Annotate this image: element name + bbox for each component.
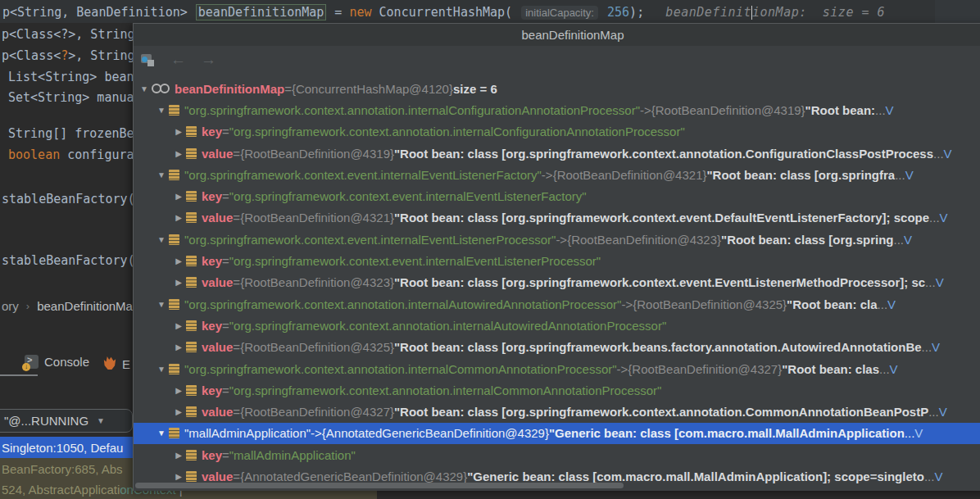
thread-dropdown-value: "@...RUNNING bbox=[4, 414, 88, 428]
expand-arrow-icon[interactable]: ▶ bbox=[171, 278, 186, 287]
collapse-arrow-icon[interactable]: ▼ bbox=[154, 170, 169, 179]
view-link[interactable]: V bbox=[940, 211, 948, 225]
expand-arrow-icon[interactable]: ▶ bbox=[171, 256, 186, 265]
expand-arrow-icon[interactable]: ▶ bbox=[171, 451, 186, 460]
tree-text-segment: "org.springframework.context.event.inter… bbox=[229, 189, 587, 203]
expand-arrow-icon[interactable]: ▶ bbox=[171, 472, 186, 481]
tree-row[interactable]: ▶value = {RootBeanDefinition@4319} "Root… bbox=[134, 143, 980, 164]
tree-text-segment: "org.springframework.context.event.inter… bbox=[229, 254, 601, 268]
tree-text-segment: "mallAdminApplication" bbox=[229, 448, 356, 462]
tree-text-segment: = bbox=[222, 383, 229, 397]
variables-view-icon[interactable] bbox=[141, 53, 156, 66]
view-link[interactable]: V bbox=[944, 147, 952, 161]
map-entry-icon bbox=[186, 191, 197, 202]
tab-console[interactable]: >↓ Console bbox=[25, 355, 89, 369]
tree-text-segment: "Root bean: cla bbox=[787, 297, 877, 311]
horizontal-scrollbar[interactable] bbox=[135, 483, 624, 488]
partial-tab-label[interactable]: E bbox=[122, 357, 130, 371]
tree-row[interactable]: ▼"org.springframework.context.annotation… bbox=[134, 358, 980, 379]
map-entry-icon bbox=[169, 234, 179, 245]
view-link[interactable]: V bbox=[905, 168, 914, 182]
editor-code-line: String[] frozenBe bbox=[8, 125, 134, 143]
breadcrumb-item[interactable]: ory bbox=[2, 299, 19, 313]
tree-text-segment: = bbox=[284, 82, 292, 96]
map-entry-icon bbox=[169, 299, 179, 310]
tree-row[interactable]: ▶value = {RootBeanDefinition@4323} "Root… bbox=[134, 272, 980, 293]
tree-row[interactable]: ▼"org.springframework.context.event.inte… bbox=[134, 229, 980, 250]
tree-row[interactable]: ▶key = "org.springframework.context.anno… bbox=[134, 379, 980, 401]
expand-arrow-icon[interactable]: ▶ bbox=[171, 386, 186, 395]
expand-arrow-icon[interactable]: ▶ bbox=[171, 407, 186, 416]
view-link[interactable]: V bbox=[904, 233, 912, 247]
tree-text-segment: "Root bean: class [org.spring bbox=[721, 233, 893, 247]
collapse-arrow-icon[interactable]: ▼ bbox=[154, 429, 169, 438]
tree-row[interactable]: ▶key = "org.springframework.context.anno… bbox=[134, 315, 980, 336]
tab-console-label: Console bbox=[44, 355, 89, 369]
map-entry-icon bbox=[186, 406, 197, 417]
view-link[interactable]: V bbox=[886, 103, 894, 117]
tree-text-segment: value bbox=[202, 340, 233, 354]
tree-text-segment: "Root bean: class [org.springframework.c… bbox=[394, 147, 933, 161]
breadcrumb-item-current[interactable]: beanDefinitionMap bbox=[37, 299, 139, 313]
map-entry-icon bbox=[186, 126, 197, 137]
tree-text-segment: key bbox=[202, 448, 222, 462]
tree-row[interactable]: ▶key = "org.springframework.context.anno… bbox=[134, 121, 980, 143]
tree-row[interactable]: ▶value = {RootBeanDefinition@4325} "Root… bbox=[134, 337, 980, 358]
map-entry-icon bbox=[186, 471, 197, 482]
flame-icon[interactable] bbox=[103, 356, 116, 373]
editor-code-line: List<String> bean bbox=[8, 68, 134, 86]
forward-arrow-icon[interactable]: → bbox=[201, 52, 216, 67]
map-entry-icon bbox=[169, 428, 179, 438]
back-arrow-icon[interactable]: ← bbox=[170, 52, 186, 67]
collapse-arrow-icon[interactable]: ▼ bbox=[154, 300, 169, 309]
thread-dropdown[interactable]: "@...RUNNING ▼ bbox=[0, 409, 133, 433]
view-link[interactable]: V bbox=[887, 297, 896, 311]
tree-text-segment: {RootBeanDefinition@4325} bbox=[633, 297, 787, 311]
view-link[interactable]: V bbox=[934, 470, 942, 483]
tree-row[interactable]: ▼beanDefinitionMap = {ConcurrentHashMap@… bbox=[134, 78, 980, 99]
view-link[interactable]: V bbox=[936, 275, 944, 289]
watch-icon bbox=[152, 84, 170, 93]
tree-text-segment: = bbox=[233, 211, 240, 225]
tree-text-segment: key bbox=[202, 319, 222, 333]
expand-arrow-icon[interactable]: ▶ bbox=[171, 321, 186, 330]
tree-text-segment: value bbox=[202, 405, 233, 419]
stack-frame[interactable]: BeanFactory:685, Abs bbox=[0, 458, 133, 479]
editor-code-line[interactable]: p<String, BeanDefinition> beanDefinition… bbox=[2, 3, 885, 22]
tree-text-segment: "org.springframework.context.annotation.… bbox=[229, 125, 685, 138]
tree-row[interactable]: ▶key = "mallAdminApplication" bbox=[134, 444, 980, 465]
tree-text-segment: {AnnotatedGenericBeanDefinition@4329} bbox=[240, 470, 467, 483]
collapse-arrow-icon[interactable]: ▼ bbox=[154, 365, 169, 374]
tree-text-segment: "Root bean: class [org.springframework.c… bbox=[394, 275, 925, 289]
tree-row[interactable]: ▼"org.springframework.context.annotation… bbox=[134, 99, 980, 120]
collapse-arrow-icon[interactable]: ▼ bbox=[137, 84, 152, 93]
view-link[interactable]: V bbox=[939, 405, 947, 419]
map-entry-icon bbox=[186, 450, 197, 460]
tree-text-segment: ... bbox=[924, 470, 935, 483]
chevron-down-icon: ▼ bbox=[97, 416, 105, 425]
collapse-arrow-icon[interactable]: ▼ bbox=[154, 106, 169, 115]
tree-row[interactable]: ▶value = {RootBeanDefinition@4321} "Root… bbox=[134, 207, 980, 229]
expand-arrow-icon[interactable]: ▶ bbox=[171, 342, 186, 352]
expand-arrow-icon[interactable]: ▶ bbox=[171, 127, 186, 136]
tree-row[interactable]: ▶key = "org.springframework.context.even… bbox=[134, 250, 980, 271]
stack-frame-selected[interactable]: Singleton:1050, Defau bbox=[0, 437, 133, 458]
tree-row[interactable]: ▼"org.springframework.context.event.inte… bbox=[134, 164, 980, 185]
tree-row[interactable]: ▼"mallAdminApplication" -> {AnnotatedGen… bbox=[134, 423, 980, 444]
expand-arrow-icon[interactable]: ▶ bbox=[171, 192, 186, 201]
tree-row[interactable]: ▶value = {RootBeanDefinition@4327} "Root… bbox=[134, 401, 980, 422]
expand-arrow-icon[interactable]: ▶ bbox=[171, 149, 186, 158]
collapse-arrow-icon[interactable]: ▼ bbox=[154, 235, 169, 244]
tree-row[interactable]: ▼"org.springframework.context.annotation… bbox=[134, 293, 980, 315]
map-entry-icon bbox=[186, 277, 197, 288]
popup-title: beanDefinitionMap bbox=[134, 24, 980, 46]
tree-text-segment: ... bbox=[875, 103, 886, 117]
view-link[interactable]: V bbox=[890, 362, 898, 376]
view-link[interactable]: V bbox=[932, 340, 940, 354]
expand-arrow-icon[interactable]: ▶ bbox=[171, 213, 186, 222]
tree-row[interactable]: ▶key = "org.springframework.context.even… bbox=[134, 185, 980, 206]
variables-tree: ▼beanDefinitionMap = {ConcurrentHashMap@… bbox=[134, 73, 980, 491]
view-link[interactable]: V bbox=[914, 426, 923, 440]
tree-text-segment: ... bbox=[895, 168, 905, 182]
tree-text-segment: value bbox=[202, 470, 233, 483]
